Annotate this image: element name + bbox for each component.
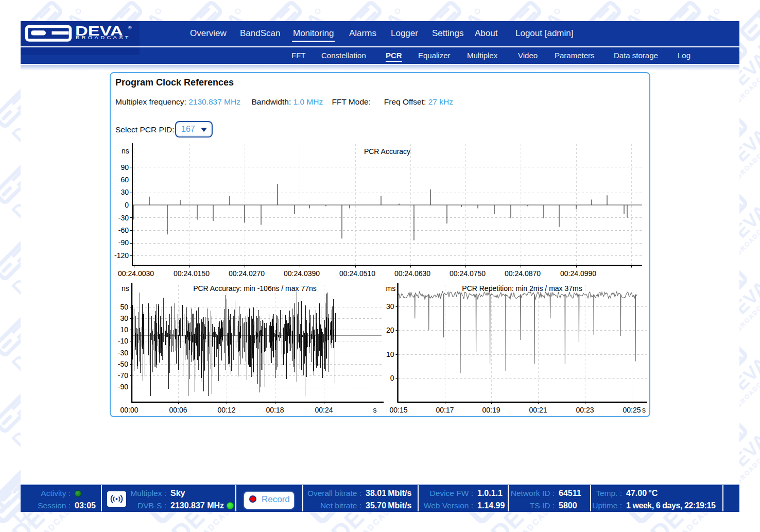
svg-text:00:17: 00:17: [436, 406, 454, 414]
svg-text:-120: -120: [114, 251, 129, 260]
svg-text:-30: -30: [118, 214, 129, 222]
svg-text:00:24.0990: 00:24.0990: [560, 269, 596, 278]
svg-text:00:24: 00:24: [315, 406, 333, 414]
svg-text:00:23: 00:23: [576, 406, 594, 414]
svg-text:00:15: 00:15: [389, 406, 407, 414]
svg-text:50: 50: [120, 303, 128, 311]
svg-text:00:24.0150: 00:24.0150: [174, 269, 210, 278]
svg-text:00:06: 00:06: [169, 406, 187, 414]
svg-text:PCR Accuracy: min -106ns / max: PCR Accuracy: min -106ns / max 77ns: [193, 284, 317, 293]
svg-text:90: 90: [120, 163, 129, 171]
svg-text:00:00: 00:00: [120, 406, 138, 414]
svg-text:00:12: 00:12: [217, 406, 235, 414]
svg-text:-30: -30: [118, 349, 128, 357]
svg-text:10: 10: [386, 350, 394, 358]
svg-text:00:24.0390: 00:24.0390: [284, 269, 320, 278]
svg-text:00:21: 00:21: [529, 406, 547, 414]
svg-text:00:18: 00:18: [266, 406, 284, 414]
svg-text:®: ®: [128, 25, 132, 30]
svg-text:30: 30: [120, 188, 129, 196]
svg-text:BROADCAST: BROADCAST: [76, 35, 131, 40]
svg-text:PCR Repetition: min 2ms / max: PCR Repetition: min 2ms / max 37ms: [462, 284, 582, 293]
svg-text:ns: ns: [122, 147, 129, 155]
svg-text:00:24.0750: 00:24.0750: [450, 269, 486, 278]
svg-text:-50: -50: [118, 360, 128, 368]
svg-text:00:24.0630: 00:24.0630: [394, 269, 430, 278]
svg-text:30: 30: [120, 314, 128, 322]
svg-text:-60: -60: [118, 226, 129, 234]
svg-text:s: s: [642, 406, 646, 414]
svg-text:0: 0: [390, 374, 394, 382]
svg-text:-70: -70: [118, 371, 128, 380]
svg-text:00:24.0270: 00:24.0270: [229, 269, 265, 278]
svg-text:-10: -10: [118, 337, 128, 345]
svg-text:PCR Accuracy: PCR Accuracy: [364, 147, 410, 156]
svg-text:00:24.0870: 00:24.0870: [505, 269, 541, 278]
svg-text:00:25: 00:25: [623, 406, 641, 414]
svg-text:10: 10: [120, 325, 128, 334]
svg-text:00:24.0030: 00:24.0030: [118, 269, 154, 278]
svg-text:00:24.0510: 00:24.0510: [339, 269, 375, 278]
svg-text:ms: ms: [386, 284, 396, 293]
svg-text:0: 0: [125, 201, 129, 209]
svg-text:20: 20: [386, 326, 394, 334]
svg-text:30: 30: [386, 302, 394, 311]
svg-text:60: 60: [120, 176, 129, 184]
svg-text:-90: -90: [118, 238, 129, 247]
svg-text:00:19: 00:19: [482, 406, 500, 414]
svg-text:-90: -90: [118, 383, 128, 391]
svg-text:s: s: [373, 406, 377, 414]
svg-text:ns: ns: [122, 284, 129, 293]
